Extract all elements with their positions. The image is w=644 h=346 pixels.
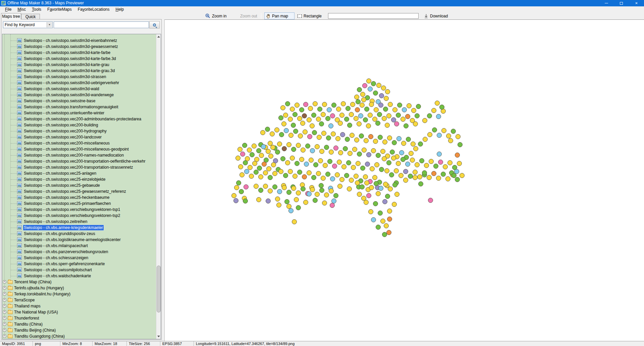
tree-item[interactable]: Swisstopo - ch.swisstopo.zeitreihen xyxy=(2,219,161,225)
tree-item-label[interactable]: Swisstopo - ch.swisstopo.vec200-miscella… xyxy=(23,140,110,146)
tree-item[interactable]: Swisstopo - ch.swisstopo.vec25-primaerfl… xyxy=(2,200,161,207)
tree-item-label[interactable]: Swisstopo - ch.swisstopo.verschiebungsve… xyxy=(23,207,121,212)
expand-plus-icon[interactable]: + xyxy=(3,280,6,283)
tree-item-label[interactable]: Swisstopo - ch.swisstopo.swisstlm3d-kart… xyxy=(23,62,110,67)
tree-item[interactable]: Swisstopo - ch.vbs.schiessanzeigen xyxy=(2,255,161,261)
tree-item-label-selected[interactable]: Swisstopo - ch.vbs.armee-kriegsdenkmaele… xyxy=(23,225,104,230)
tree-item-label[interactable]: Swisstopo - ch.swisstopo.transformations… xyxy=(23,104,119,110)
tree-item[interactable]: Swisstopo - ch.swisstopo.swisstlm3d-uebr… xyxy=(2,80,161,86)
tree-folder[interactable]: +Terkep.torokbalint.hu (Hungary) xyxy=(2,291,161,297)
tree-item[interactable]: Swisstopo - ch.swisstopo.verschiebungsve… xyxy=(2,213,161,219)
tree-item[interactable]: Swisstopo - ch.swisstopo.vec200-adminbou… xyxy=(2,116,161,122)
tree-item[interactable]: Swisstopo - ch.swisstopo.vec200-transpor… xyxy=(2,164,161,170)
tab-maps-tree[interactable]: Maps tree xyxy=(1,13,21,19)
tree-item-label[interactable]: Swisstopo - ch.vbs.sperr-gefahrenzonenka… xyxy=(23,261,105,267)
expand-plus-icon[interactable]: + xyxy=(3,298,6,301)
tree-item-label[interactable]: Swisstopo - ch.swisstopo.vec200-transpor… xyxy=(23,159,146,164)
tree-item-label[interactable]: Swisstopo - ch.vbs.swissmilpilotschart xyxy=(23,267,93,273)
tree-item-label[interactable]: Swisstopo - ch.swisstopo.verschiebungsve… xyxy=(23,213,121,218)
zoom-in-button[interactable]: Zoom in xyxy=(204,12,228,19)
tree-item-label[interactable]: Swisstopo - ch.swisstopo.vec200-hydrogra… xyxy=(23,128,107,134)
tree-folder-label[interactable]: Thailand maps xyxy=(13,303,41,309)
tree-folder[interactable]: +Thunderforest xyxy=(2,315,161,321)
expand-plus-icon[interactable]: + xyxy=(3,310,6,313)
tree-item[interactable]: Swisstopo - ch.vbs.sperr-gefahrenzonenka… xyxy=(2,261,161,267)
tree-item[interactable]: Swisstopo - ch.swisstopo.vec25-gewaesser… xyxy=(2,188,161,194)
tree-folder-label[interactable]: Tencent Map (China) xyxy=(13,279,52,285)
tree-item-label[interactable]: Swisstopo - ch.swisstopo.swisstlm3d-kart… xyxy=(23,56,117,61)
tree-item-label[interactable]: Swisstopo - ch.vbs.grunddispositiv-zeus xyxy=(23,231,96,236)
tree-item-label[interactable]: Swisstopo - ch.swisstopo.swisstlm3d-wand… xyxy=(23,92,114,98)
tree-item[interactable]: Swisstopo - ch.swisstopo.vec200-miscella… xyxy=(2,140,161,146)
expand-plus-icon[interactable]: + xyxy=(3,323,6,326)
tree-item-label[interactable]: Swisstopo - ch.swisstopo.swisstlm3d-eise… xyxy=(23,38,118,43)
tree-item[interactable]: Swisstopo - ch.swisstopo.vec200-building xyxy=(2,122,161,128)
tree-folder[interactable]: +Terinfo.ujbuda.hu (Hungary) xyxy=(2,285,161,291)
tree-folder-label[interactable]: The National Map (USA) xyxy=(13,309,59,315)
tree-item-label[interactable]: Swisstopo - ch.swisstopo.vec200-names-na… xyxy=(23,153,124,158)
tree-item[interactable]: Swisstopo - ch.swisstopo.transformations… xyxy=(2,104,161,110)
tree-item-label[interactable]: Swisstopo - ch.swisstopo.vec200-building xyxy=(23,122,99,128)
tree-item[interactable]: Swisstopo - ch.swisstopo.vec200-miscella… xyxy=(2,146,161,152)
tree-item[interactable]: Swisstopo - ch.swisstopo.vec25-heckenbae… xyxy=(2,194,161,200)
tree-folder-label[interactable]: Tianditu Guangdong (China) xyxy=(13,334,65,339)
tree-folder[interactable]: +TerraScope xyxy=(2,297,161,303)
find-mode-combobox[interactable]: Find by Keyword ▼ xyxy=(3,21,53,28)
tree-item[interactable]: Swisstopo - ch.swisstopo.vec200-landcove… xyxy=(2,134,161,140)
tree-item-label[interactable]: Swisstopo - ch.swisstopo.vec200-adminbou… xyxy=(23,116,142,122)
tree-folder-label[interactable]: Tianditu Beijing (China) xyxy=(13,328,56,333)
tree-item[interactable]: Swisstopo - ch.swisstopo.swisstlm3d-kart… xyxy=(2,50,161,56)
tree-item-label[interactable]: Swisstopo - ch.swisstopo.vec25-gewaesser… xyxy=(23,189,127,194)
tree-item-label[interactable]: Swisstopo - ch.swisstopo.vec200-transpor… xyxy=(23,165,133,170)
tree-item-label[interactable]: Swisstopo - ch.swisstopo.vec25-anlagen xyxy=(23,171,97,176)
tree-item[interactable]: Swisstopo - ch.vbs.logistikraeume-armeel… xyxy=(2,237,161,243)
expand-plus-icon[interactable]: + xyxy=(3,329,6,332)
tree-folder-label[interactable]: Terinfo.ujbuda.hu (Hungary) xyxy=(13,285,65,291)
minimize-button[interactable] xyxy=(599,0,614,6)
tree-item-label[interactable]: Swisstopo - ch.swisstopo.vec25-primaerfl… xyxy=(23,201,111,206)
tree-item-label[interactable]: Swisstopo - ch.swisstopo.vec200-miscella… xyxy=(23,147,129,152)
tree-folder-label[interactable]: Tianditu (China) xyxy=(13,322,43,327)
tree-item[interactable]: Swisstopo - ch.swisstopo.swisstlm3d-wand… xyxy=(2,92,161,98)
tree-scrollbar[interactable] xyxy=(156,34,161,339)
scroll-down-button[interactable] xyxy=(156,334,161,339)
tree-item-label[interactable]: Swisstopo - ch.vbs.milairspacechart xyxy=(23,243,89,248)
tree-item-label[interactable]: Swisstopo - ch.vbs.schiessanzeigen xyxy=(23,255,89,261)
tree-item[interactable]: Swisstopo - ch.swisstopo.vec25-einzelobj… xyxy=(2,176,161,182)
search-input[interactable] xyxy=(54,21,149,28)
search-button[interactable] xyxy=(149,21,160,28)
tree-item-label[interactable]: Swisstopo - ch.swisstopo.vec25-einzelobj… xyxy=(23,177,106,182)
tree-item-label[interactable]: Swisstopo - ch.swisstopo.vec25-heckenbae… xyxy=(23,195,110,200)
tree-item-label[interactable]: Swisstopo - ch.swisstopo.vec25-gebaeude xyxy=(23,183,101,188)
tree-item[interactable]: Swisstopo - ch.swisstopo.swisstlm3d-eise… xyxy=(2,38,161,44)
pan-map-button[interactable]: Pan map xyxy=(264,12,294,19)
tree-item[interactable]: Swisstopo - ch.swisstopo.unterkuenfte-wi… xyxy=(2,110,161,116)
menu-item-tools[interactable]: Tools xyxy=(29,6,44,12)
tree-item[interactable]: Swisstopo - ch.vbs.milairspacechart xyxy=(2,243,161,249)
tree-item[interactable]: Swisstopo - ch.swisstopo.swisstlm3d-kart… xyxy=(2,56,161,62)
close-button[interactable]: ✕ xyxy=(629,0,644,6)
menu-item-favoritemaps[interactable]: FavoriteMaps xyxy=(44,6,75,12)
tree-item[interactable]: Swisstopo - ch.swisstopo.swisstlm3d-gewa… xyxy=(2,44,161,50)
maximize-button[interactable] xyxy=(614,0,629,6)
tree-item[interactable]: Swisstopo - ch.swisstopo.vec25-anlagen xyxy=(2,170,161,176)
tree-item-label[interactable]: Swisstopo - ch.swisstopo.swisstne-base xyxy=(23,98,96,104)
tree-folder[interactable]: +Thailand maps xyxy=(2,303,161,309)
tree-folder-label[interactable]: TerraScope xyxy=(13,297,35,303)
chevron-down-icon[interactable]: ▼ xyxy=(47,22,52,27)
tree-item-label[interactable]: Swisstopo - ch.vbs.logistikraeume-armeel… xyxy=(23,237,121,242)
toolbar-input[interactable] xyxy=(328,13,419,19)
rectangle-button[interactable]: Rectangle xyxy=(296,12,323,19)
menu-item-help[interactable]: Help xyxy=(113,6,127,12)
menu-item-favoritelocations[interactable]: FavoriteLocations xyxy=(75,6,113,12)
tree-item[interactable]: Swisstopo - ch.swisstopo.vec200-hydrogra… xyxy=(2,128,161,134)
scrollbar-thumb[interactable] xyxy=(157,266,161,312)
expand-plus-icon[interactable]: + xyxy=(3,316,6,320)
download-button[interactable]: Download xyxy=(423,12,449,19)
expand-plus-icon[interactable]: + xyxy=(3,286,6,289)
tree-item[interactable]: Swisstopo - ch.swisstopo.verschiebungsve… xyxy=(2,207,161,213)
tree-item[interactable]: Swisstopo - ch.vbs.armee-kriegsdenkmaele… xyxy=(2,225,161,231)
tab-quick-goto[interactable]: Quick goto xyxy=(21,14,40,19)
tree-folder[interactable]: +Tianditu (China) xyxy=(2,321,161,327)
expand-plus-icon[interactable]: + xyxy=(3,335,6,338)
